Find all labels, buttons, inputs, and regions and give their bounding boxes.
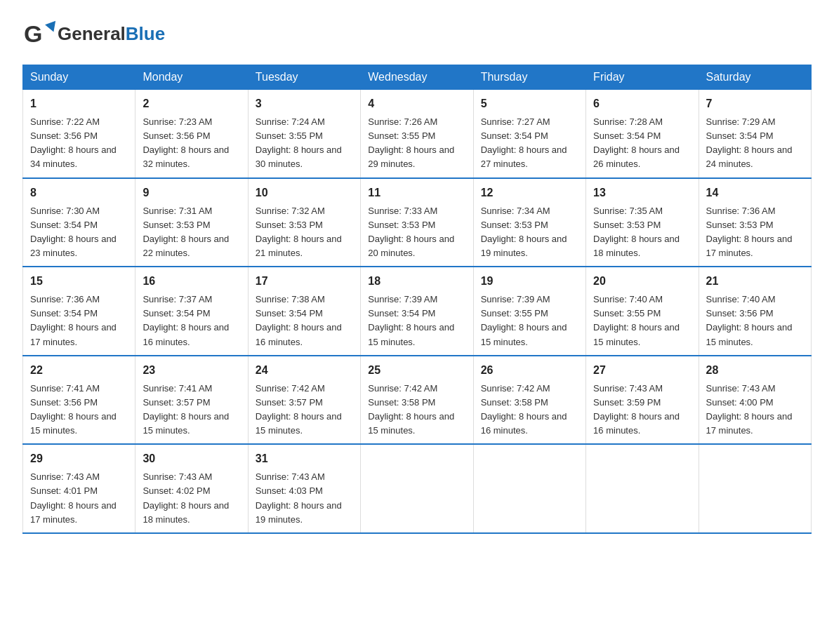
day-number: 31 <box>256 450 353 467</box>
day-cell: 22 Sunrise: 7:41 AMSunset: 3:56 PMDaylig… <box>23 356 135 445</box>
day-cell: 19 Sunrise: 7:39 AMSunset: 3:55 PMDaylig… <box>473 267 585 356</box>
day-number: 3 <box>256 95 353 112</box>
day-cell: 16 Sunrise: 7:37 AMSunset: 3:54 PMDaylig… <box>135 267 248 356</box>
day-cell: 31 Sunrise: 7:43 AMSunset: 4:03 PMDaylig… <box>248 444 360 533</box>
day-cell: 26 Sunrise: 7:42 AMSunset: 3:58 PMDaylig… <box>473 356 585 445</box>
logo-icon: G <box>22 17 58 51</box>
day-number: 9 <box>143 185 240 201</box>
day-cell: 12 Sunrise: 7:34 AMSunset: 3:53 PMDaylig… <box>473 178 585 267</box>
day-cell: 5 Sunrise: 7:27 AMSunset: 3:54 PMDayligh… <box>473 90 585 178</box>
day-cell: 21 Sunrise: 7:40 AMSunset: 3:56 PMDaylig… <box>699 267 811 356</box>
day-cell: 14 Sunrise: 7:36 AMSunset: 3:53 PMDaylig… <box>699 178 811 267</box>
day-cell: 4 Sunrise: 7:26 AMSunset: 3:55 PMDayligh… <box>361 90 473 178</box>
day-number: 24 <box>256 362 353 379</box>
day-info: Sunrise: 7:36 AMSunset: 3:54 PMDaylight:… <box>30 294 117 347</box>
logo-blue-text: Blue <box>126 23 165 44</box>
day-cell: 15 Sunrise: 7:36 AMSunset: 3:54 PMDaylig… <box>23 267 135 356</box>
day-number: 12 <box>481 185 578 201</box>
day-cell: 8 Sunrise: 7:30 AMSunset: 3:54 PMDayligh… <box>23 178 135 267</box>
day-number: 28 <box>706 362 804 379</box>
day-info: Sunrise: 7:24 AMSunset: 3:55 PMDaylight:… <box>256 116 342 169</box>
day-info: Sunrise: 7:34 AMSunset: 3:53 PMDaylight:… <box>481 206 567 258</box>
day-info: Sunrise: 7:28 AMSunset: 3:54 PMDaylight:… <box>593 116 680 169</box>
day-cell: 25 Sunrise: 7:42 AMSunset: 3:58 PMDaylig… <box>361 356 473 445</box>
day-info: Sunrise: 7:31 AMSunset: 3:53 PMDaylight:… <box>143 206 229 258</box>
day-number: 8 <box>30 185 128 201</box>
col-header-thursday: Thursday <box>473 65 585 90</box>
day-number: 23 <box>143 362 240 379</box>
day-number: 18 <box>368 273 465 290</box>
day-cell: 3 Sunrise: 7:24 AMSunset: 3:55 PMDayligh… <box>248 90 360 178</box>
day-cell <box>699 444 811 533</box>
day-info: Sunrise: 7:27 AMSunset: 3:54 PMDaylight:… <box>481 116 567 169</box>
day-cell: 1 Sunrise: 7:22 AMSunset: 3:56 PMDayligh… <box>23 90 135 178</box>
week-row-4: 22 Sunrise: 7:41 AMSunset: 3:56 PMDaylig… <box>23 356 812 445</box>
col-header-tuesday: Tuesday <box>248 65 360 90</box>
day-number: 27 <box>593 362 691 379</box>
day-info: Sunrise: 7:32 AMSunset: 3:53 PMDaylight:… <box>256 206 342 258</box>
day-info: Sunrise: 7:42 AMSunset: 3:58 PMDaylight:… <box>481 383 567 436</box>
week-row-5: 29 Sunrise: 7:43 AMSunset: 4:01 PMDaylig… <box>23 444 812 533</box>
page-header: G GeneralBlue <box>22 17 812 51</box>
day-cell: 29 Sunrise: 7:43 AMSunset: 4:01 PMDaylig… <box>23 444 135 533</box>
week-row-3: 15 Sunrise: 7:36 AMSunset: 3:54 PMDaylig… <box>23 267 812 356</box>
day-number: 16 <box>143 273 240 290</box>
week-row-2: 8 Sunrise: 7:30 AMSunset: 3:54 PMDayligh… <box>23 178 812 267</box>
day-number: 6 <box>593 95 691 112</box>
day-number: 13 <box>593 185 691 201</box>
col-header-sunday: Sunday <box>23 65 135 90</box>
day-number: 22 <box>30 362 128 379</box>
day-cell: 24 Sunrise: 7:42 AMSunset: 3:57 PMDaylig… <box>248 356 360 445</box>
day-cell: 13 Sunrise: 7:35 AMSunset: 3:53 PMDaylig… <box>586 178 699 267</box>
day-number: 21 <box>706 273 804 290</box>
day-info: Sunrise: 7:22 AMSunset: 3:56 PMDaylight:… <box>30 116 117 169</box>
day-info: Sunrise: 7:23 AMSunset: 3:56 PMDaylight:… <box>143 116 229 169</box>
day-info: Sunrise: 7:41 AMSunset: 3:57 PMDaylight:… <box>143 383 229 436</box>
day-cell: 30 Sunrise: 7:43 AMSunset: 4:02 PMDaylig… <box>135 444 248 533</box>
day-info: Sunrise: 7:42 AMSunset: 3:57 PMDaylight:… <box>256 383 342 436</box>
svg-text:G: G <box>24 20 42 47</box>
day-cell: 9 Sunrise: 7:31 AMSunset: 3:53 PMDayligh… <box>135 178 248 267</box>
day-number: 15 <box>30 273 128 290</box>
day-number: 7 <box>706 95 804 112</box>
day-number: 4 <box>368 95 465 112</box>
day-info: Sunrise: 7:40 AMSunset: 3:56 PMDaylight:… <box>706 294 793 347</box>
calendar-table: SundayMondayTuesdayWednesdayThursdayFrid… <box>22 65 812 534</box>
day-info: Sunrise: 7:35 AMSunset: 3:53 PMDaylight:… <box>593 206 680 258</box>
day-info: Sunrise: 7:39 AMSunset: 3:55 PMDaylight:… <box>481 294 567 347</box>
day-info: Sunrise: 7:43 AMSunset: 4:00 PMDaylight:… <box>706 383 793 436</box>
day-number: 5 <box>481 95 578 112</box>
day-cell <box>361 444 473 533</box>
day-number: 1 <box>30 95 128 112</box>
col-header-saturday: Saturday <box>699 65 811 90</box>
col-header-monday: Monday <box>135 65 248 90</box>
day-cell: 28 Sunrise: 7:43 AMSunset: 4:00 PMDaylig… <box>699 356 811 445</box>
day-cell: 11 Sunrise: 7:33 AMSunset: 3:53 PMDaylig… <box>361 178 473 267</box>
day-info: Sunrise: 7:37 AMSunset: 3:54 PMDaylight:… <box>143 294 229 347</box>
day-cell: 6 Sunrise: 7:28 AMSunset: 3:54 PMDayligh… <box>586 90 699 178</box>
day-info: Sunrise: 7:26 AMSunset: 3:55 PMDaylight:… <box>368 116 454 169</box>
day-info: Sunrise: 7:43 AMSunset: 4:01 PMDaylight:… <box>30 471 117 524</box>
col-header-wednesday: Wednesday <box>361 65 473 90</box>
day-number: 11 <box>368 185 465 201</box>
day-number: 19 <box>481 273 578 290</box>
col-header-friday: Friday <box>586 65 699 90</box>
day-info: Sunrise: 7:33 AMSunset: 3:53 PMDaylight:… <box>368 206 454 258</box>
svg-marker-1 <box>45 21 58 34</box>
day-number: 29 <box>30 450 128 467</box>
day-info: Sunrise: 7:41 AMSunset: 3:56 PMDaylight:… <box>30 383 117 436</box>
day-number: 26 <box>481 362 578 379</box>
day-cell <box>473 444 585 533</box>
day-info: Sunrise: 7:42 AMSunset: 3:58 PMDaylight:… <box>368 383 454 436</box>
calendar-header: SundayMondayTuesdayWednesdayThursdayFrid… <box>23 65 812 90</box>
day-number: 14 <box>706 185 804 201</box>
day-info: Sunrise: 7:43 AMSunset: 4:02 PMDaylight:… <box>143 471 229 524</box>
day-number: 30 <box>143 450 240 467</box>
day-info: Sunrise: 7:38 AMSunset: 3:54 PMDaylight:… <box>256 294 342 347</box>
day-cell <box>586 444 699 533</box>
logo-general: General <box>58 23 126 44</box>
day-number: 25 <box>368 362 465 379</box>
day-cell: 18 Sunrise: 7:39 AMSunset: 3:54 PMDaylig… <box>361 267 473 356</box>
day-info: Sunrise: 7:43 AMSunset: 4:03 PMDaylight:… <box>256 471 342 524</box>
day-number: 20 <box>593 273 691 290</box>
